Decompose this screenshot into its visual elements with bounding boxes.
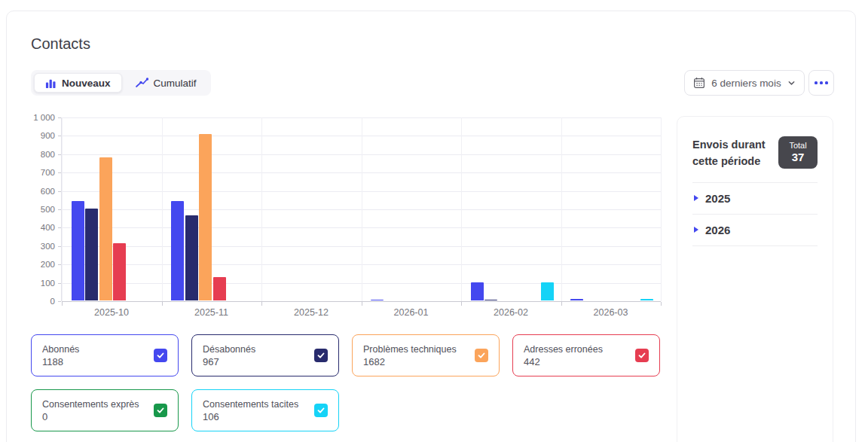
x-axis-tick [461, 302, 462, 306]
toggle-nouveaux-button[interactable]: Nouveaux [34, 73, 122, 93]
total-badge: Total 37 [778, 136, 818, 169]
envois-panel-header: Envois durant cette période Total 37 [692, 136, 818, 170]
bar-2026-01-Abonnés[interactable] [371, 300, 384, 300]
bar-2026-02-Consentements tacites[interactable] [541, 282, 554, 300]
legend-card-checkbox[interactable] [635, 349, 649, 362]
chart-plot-area: 1 00090080070060050040030020010002025-10… [61, 117, 660, 301]
y-axis-tick [58, 172, 61, 173]
chevron-down-icon [787, 79, 796, 87]
y-axis-tick [58, 191, 61, 192]
envois-group-2025[interactable]: 2025 [692, 183, 818, 215]
x-axis-label: 2025-11 [162, 307, 261, 318]
legend-card-label: Consentements tacites [203, 399, 298, 410]
y-axis-label: 900 [10, 131, 55, 140]
period-selector-label: 6 derniers mois [711, 78, 781, 89]
legend-card-value: 967 [203, 356, 255, 367]
expand-triangle-icon [694, 195, 698, 201]
y-axis-label: 1 000 [10, 113, 55, 122]
more-options-button[interactable] [808, 70, 834, 96]
legend-card-value: 1188 [42, 356, 79, 367]
legend-card-checkbox[interactable] [314, 349, 328, 362]
period-selector[interactable]: 6 derniers mois [684, 70, 805, 96]
bar-2026-02-Abonnés[interactable] [471, 282, 484, 300]
envois-group-2026[interactable]: 2026 [692, 215, 818, 246]
legend-card-texts: Problèmes techniques1682 [363, 344, 457, 367]
legend-card-Consentements tacites[interactable]: Consentements tacites106 [191, 389, 339, 431]
y-axis-tick [58, 154, 61, 155]
page-title: Contacts [31, 35, 90, 53]
bar-2025-10-Problèmes techniques[interactable] [99, 157, 112, 300]
x-axis-tick [661, 302, 662, 306]
total-badge-value: 37 [787, 151, 808, 163]
legend-card-value: 442 [524, 356, 603, 367]
legend-card-Désabonnés[interactable]: Désabonnés967 [191, 334, 339, 376]
y-axis-tick [58, 209, 61, 210]
y-axis-tick [58, 264, 61, 265]
x-axis-label: 2025-10 [62, 307, 161, 318]
y-axis-tick [58, 136, 61, 136]
y-axis-tick [58, 283, 61, 284]
legend-card-checkbox[interactable] [154, 349, 167, 362]
legend-card-label: Consentements exprès [42, 399, 139, 410]
legend-card-texts: Désabonnés967 [203, 344, 255, 367]
legend-card-checkbox[interactable] [314, 404, 328, 417]
bar-2026-03-Abonnés[interactable] [570, 299, 583, 300]
y-axis-label: 200 [10, 260, 55, 269]
envois-groups: 20252026 [692, 183, 818, 246]
gridline [261, 117, 262, 301]
bar-2025-10-Abonnés[interactable] [72, 201, 84, 300]
envois-panel: Envois durant cette période Total 37 202… [677, 116, 833, 442]
envois-panel-title: Envois durant cette période [692, 136, 775, 170]
x-axis-label: 2026-01 [362, 307, 461, 318]
legend-card-Problèmes techniques[interactable]: Problèmes techniques1682 [352, 334, 500, 376]
expand-triangle-icon [694, 227, 698, 233]
x-axis-label: 2026-02 [461, 307, 561, 318]
gridline [461, 117, 462, 301]
y-axis-label: 600 [10, 187, 55, 196]
bar-2025-10-Adresses erronées[interactable] [113, 243, 126, 300]
y-axis-label: 800 [10, 150, 55, 159]
toggle-cumulatif-button[interactable]: Cumulatif [124, 73, 208, 93]
legend-card-texts: Consentements tacites106 [203, 399, 298, 422]
x-axis-tick [561, 302, 562, 306]
envois-group-label: 2025 [705, 192, 730, 205]
toggle-cumulatif-label: Cumulatif [154, 78, 197, 89]
legend-card-Abonnés[interactable]: Abonnés1188 [31, 334, 179, 376]
x-axis-tick [162, 302, 163, 306]
view-toggle-group: Nouveaux Cumulatif [31, 70, 211, 96]
chart-legend: Abonnés1188Désabonnés967Problèmes techni… [31, 334, 661, 431]
envois-group-label: 2026 [705, 224, 730, 236]
gridline [362, 117, 362, 301]
bar-2025-11-Abonnés[interactable] [171, 201, 184, 300]
legend-card-checkbox[interactable] [154, 404, 167, 417]
bar-chart-icon [45, 78, 57, 89]
legend-card-texts: Adresses erronées442 [524, 344, 603, 367]
bar-2025-11-Problèmes techniques[interactable] [199, 134, 212, 300]
calendar-icon [693, 77, 705, 89]
legend-card-Adresses erronées[interactable]: Adresses erronées442 [512, 334, 660, 376]
y-axis-tick [58, 301, 61, 302]
y-axis-tick [58, 246, 61, 247]
y-axis-label: 500 [10, 205, 55, 214]
bar-2025-11-Adresses erronées[interactable] [213, 277, 226, 300]
legend-card-texts: Consentements exprès0 [42, 399, 139, 422]
gridline [561, 117, 562, 301]
bar-2026-03-Consentements tacites[interactable] [640, 299, 653, 300]
y-axis-label: 400 [10, 223, 55, 232]
bar-2025-10-Désabonnés[interactable] [85, 209, 98, 300]
y-axis-tick [58, 117, 61, 118]
bar-2025-11-Désabonnés[interactable] [185, 215, 198, 300]
total-badge-label: Total [787, 141, 808, 150]
legend-card-Consentements exprès[interactable]: Consentements exprès0 [31, 389, 179, 431]
x-axis-label: 2026-03 [561, 307, 661, 318]
gridline [62, 117, 63, 301]
y-axis-label: 100 [10, 279, 55, 288]
legend-card-checkbox[interactable] [475, 349, 488, 362]
legend-card-label: Problèmes techniques [363, 344, 457, 355]
x-axis-tick [362, 302, 362, 306]
line-chart-icon [135, 78, 148, 88]
legend-card-value: 0 [42, 411, 139, 422]
gridline [661, 117, 662, 301]
x-axis-tick [261, 302, 262, 306]
bar-2026-02-Désabonnés[interactable] [484, 300, 497, 300]
